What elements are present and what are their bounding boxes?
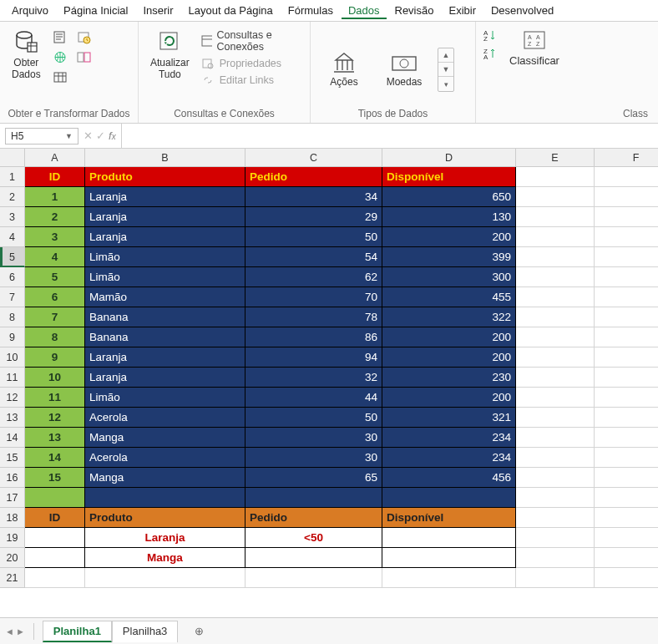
row-header-4[interactable]: 4 [0, 227, 25, 247]
new-sheet-button[interactable]: ⊕ [188, 621, 210, 642]
cell[interactable]: 94 [245, 347, 382, 368]
cell[interactable]: 200 [382, 327, 516, 347]
row-header-1[interactable]: 1 [0, 167, 25, 187]
cell[interactable]: 399 [382, 247, 516, 267]
cell[interactable] [516, 167, 595, 187]
cell[interactable]: Manga [85, 428, 245, 448]
cell[interactable] [85, 568, 245, 588]
cell[interactable] [245, 568, 382, 588]
properties-button[interactable]: Propriedades [200, 57, 303, 70]
from-table-button[interactable] [51, 68, 69, 85]
cell[interactable] [516, 207, 595, 227]
cell[interactable]: 86 [245, 327, 382, 347]
cancel-formula-icon[interactable]: ✕ [84, 129, 93, 142]
row-header-2[interactable]: 2 [0, 187, 25, 207]
cell[interactable] [516, 267, 595, 287]
cell[interactable] [595, 267, 658, 287]
col-header-A[interactable]: A [25, 149, 85, 167]
select-all-corner[interactable] [0, 149, 25, 167]
cell[interactable]: 29 [245, 207, 382, 227]
chevron-down-icon[interactable]: ▼ [65, 132, 73, 140]
menu-página-inicial[interactable]: Página Inicial [57, 2, 134, 19]
sheet-tab-planilha3[interactable]: Planilha3 [112, 621, 179, 642]
cell[interactable]: 30 [245, 448, 382, 468]
cell[interactable]: 11 [25, 388, 85, 408]
cell[interactable]: 130 [382, 207, 516, 227]
row-header-15[interactable]: 15 [0, 448, 25, 468]
row-header-13[interactable]: 13 [0, 408, 25, 428]
stocks-button[interactable]: Ações [317, 48, 371, 88]
cell[interactable]: 32 [245, 368, 382, 388]
row-header-18[interactable]: 18 [0, 508, 25, 528]
cell[interactable] [595, 307, 658, 327]
col-header-C[interactable]: C [245, 149, 382, 167]
menu-dados[interactable]: Dados [342, 2, 387, 19]
cell[interactable]: Pedido [245, 508, 382, 528]
sort-desc-button[interactable]: ZA [483, 47, 498, 60]
cell[interactable]: 1 [25, 187, 85, 207]
row-header-12[interactable]: 12 [0, 388, 25, 408]
cell[interactable] [595, 568, 658, 588]
cell[interactable]: Acerola [85, 448, 245, 468]
cell[interactable]: Manga [85, 548, 245, 568]
row-header-19[interactable]: 19 [0, 528, 25, 548]
cell[interactable]: 14 [25, 448, 85, 468]
cell[interactable] [516, 327, 595, 347]
sort-dialog-button[interactable]: AZAZ Classificar [509, 25, 559, 67]
col-header-E[interactable]: E [516, 149, 595, 167]
queries-connections-button[interactable]: Consultas e Conexões [200, 28, 303, 53]
cell[interactable]: 650 [382, 187, 516, 207]
cell[interactable]: 200 [382, 227, 516, 247]
worksheet-grid[interactable]: ABCDEF 123456789101112131415161718192021… [0, 149, 658, 615]
cell[interactable]: 34 [245, 187, 382, 207]
cells-area[interactable]: IDProdutoPedidoDisponível1Laranja346502L… [25, 167, 658, 588]
col-header-F[interactable]: F [595, 149, 658, 167]
cell[interactable]: 200 [382, 347, 516, 368]
cell[interactable] [516, 347, 595, 368]
menu-fórmulas[interactable]: Fórmulas [281, 2, 340, 19]
refresh-all-button[interactable]: Atualizar Tudo [145, 25, 195, 84]
currencies-button[interactable]: Moedas [377, 48, 431, 88]
fx-icon[interactable]: fx [109, 129, 116, 142]
cell[interactable] [595, 347, 658, 368]
cell[interactable]: 9 [25, 347, 85, 368]
menu-exibir[interactable]: Exibir [442, 2, 483, 19]
cell[interactable]: ID [25, 167, 85, 187]
cell[interactable]: 230 [382, 368, 516, 388]
cell[interactable] [595, 408, 658, 428]
cell[interactable]: Banana [85, 327, 245, 347]
cell[interactable]: 12 [25, 408, 85, 428]
cell[interactable] [595, 388, 658, 408]
cell[interactable] [516, 307, 595, 327]
cell[interactable]: 65 [245, 468, 382, 488]
col-header-B[interactable]: B [85, 149, 245, 167]
tab-nav-next-icon[interactable]: ► [16, 626, 25, 636]
gallery-up-icon[interactable]: ▲ [438, 48, 453, 63]
cell[interactable]: 300 [382, 267, 516, 287]
cell[interactable]: 62 [245, 267, 382, 287]
cell[interactable]: 2 [25, 207, 85, 227]
cell[interactable] [245, 548, 382, 568]
cell[interactable] [595, 167, 658, 187]
cell[interactable] [595, 287, 658, 307]
row-header-6[interactable]: 6 [0, 267, 25, 287]
cell[interactable]: Limão [85, 388, 245, 408]
cell[interactable]: Laranja [85, 368, 245, 388]
row-header-17[interactable]: 17 [0, 488, 25, 508]
cell[interactable]: 70 [245, 287, 382, 307]
cell[interactable] [595, 528, 658, 548]
menu-revisão[interactable]: Revisão [388, 2, 441, 19]
cell[interactable] [516, 287, 595, 307]
cell[interactable] [516, 528, 595, 548]
cell[interactable] [516, 247, 595, 267]
cell[interactable] [595, 247, 658, 267]
cell[interactable]: 234 [382, 448, 516, 468]
from-web-button[interactable] [51, 48, 69, 65]
cell[interactable]: 13 [25, 428, 85, 448]
cell[interactable]: Laranja [85, 227, 245, 247]
gallery-down-icon[interactable]: ▼ [438, 63, 453, 77]
cell[interactable]: 50 [245, 227, 382, 247]
cell[interactable]: Produto [85, 167, 245, 187]
cell[interactable] [595, 448, 658, 468]
gallery-more-icon[interactable]: ▾ [438, 77, 453, 91]
